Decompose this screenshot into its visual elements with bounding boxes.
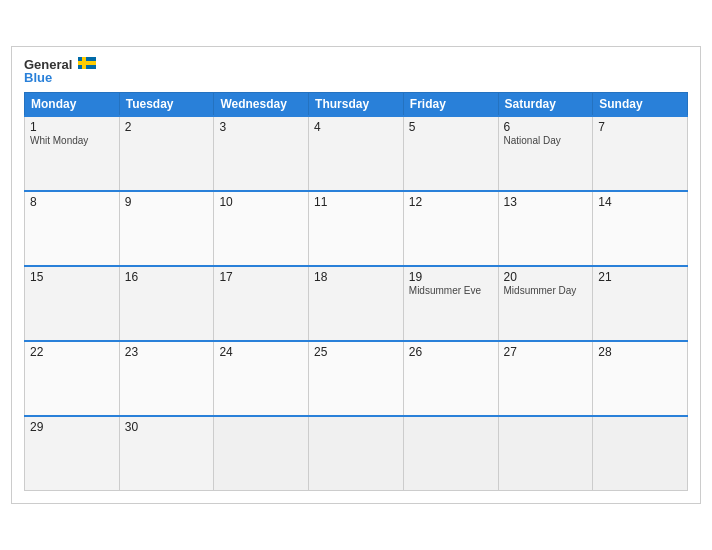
week-row-1: 1Whit Monday23456National Day7 <box>25 116 688 191</box>
weekday-header-tuesday: Tuesday <box>119 92 214 116</box>
day-event: National Day <box>504 135 588 146</box>
day-number: 7 <box>598 120 682 134</box>
day-number: 24 <box>219 345 303 359</box>
day-number: 27 <box>504 345 588 359</box>
day-event: Midsummer Day <box>504 285 588 296</box>
day-number: 2 <box>125 120 209 134</box>
weekday-header-monday: Monday <box>25 92 120 116</box>
day-cell <box>593 416 688 491</box>
day-cell <box>309 416 404 491</box>
day-number: 20 <box>504 270 588 284</box>
day-number: 4 <box>314 120 398 134</box>
calendar-container: General Blue MondayTuesdayWednesdayThurs… <box>11 46 701 505</box>
day-number: 19 <box>409 270 493 284</box>
day-cell: 18 <box>309 266 404 341</box>
day-number: 5 <box>409 120 493 134</box>
day-cell: 30 <box>119 416 214 491</box>
day-cell: 9 <box>119 191 214 266</box>
day-cell: 3 <box>214 116 309 191</box>
day-cell: 1Whit Monday <box>25 116 120 191</box>
day-cell: 13 <box>498 191 593 266</box>
day-cell: 24 <box>214 341 309 416</box>
day-cell: 19Midsummer Eve <box>403 266 498 341</box>
day-cell: 5 <box>403 116 498 191</box>
weekday-header-wednesday: Wednesday <box>214 92 309 116</box>
svg-rect-2 <box>82 57 86 69</box>
day-cell: 29 <box>25 416 120 491</box>
weekday-header-thursday: Thursday <box>309 92 404 116</box>
day-number: 9 <box>125 195 209 209</box>
weekday-header-row: MondayTuesdayWednesdayThursdayFridaySatu… <box>25 92 688 116</box>
day-cell <box>214 416 309 491</box>
day-cell: 25 <box>309 341 404 416</box>
day-number: 11 <box>314 195 398 209</box>
day-cell: 17 <box>214 266 309 341</box>
day-number: 23 <box>125 345 209 359</box>
day-cell: 12 <box>403 191 498 266</box>
day-cell: 2 <box>119 116 214 191</box>
day-number: 21 <box>598 270 682 284</box>
day-cell <box>498 416 593 491</box>
day-cell: 4 <box>309 116 404 191</box>
generalblue-logo: General Blue <box>24 57 96 84</box>
week-row-4: 22232425262728 <box>25 341 688 416</box>
week-row-3: 1516171819Midsummer Eve20Midsummer Day21 <box>25 266 688 341</box>
calendar-grid: MondayTuesdayWednesdayThursdayFridaySatu… <box>24 92 688 492</box>
day-cell: 10 <box>214 191 309 266</box>
day-cell: 20Midsummer Day <box>498 266 593 341</box>
day-number: 8 <box>30 195 114 209</box>
day-cell: 26 <box>403 341 498 416</box>
calendar-header: General Blue <box>24 57 688 84</box>
day-number: 30 <box>125 420 209 434</box>
day-cell: 7 <box>593 116 688 191</box>
logo-general-text: General <box>24 57 96 71</box>
day-number: 25 <box>314 345 398 359</box>
day-number: 10 <box>219 195 303 209</box>
day-cell: 8 <box>25 191 120 266</box>
day-number: 6 <box>504 120 588 134</box>
day-cell: 15 <box>25 266 120 341</box>
day-number: 1 <box>30 120 114 134</box>
day-number: 26 <box>409 345 493 359</box>
week-row-2: 891011121314 <box>25 191 688 266</box>
day-event: Whit Monday <box>30 135 114 146</box>
day-number: 28 <box>598 345 682 359</box>
weekday-header-saturday: Saturday <box>498 92 593 116</box>
day-number: 12 <box>409 195 493 209</box>
day-number: 16 <box>125 270 209 284</box>
day-number: 29 <box>30 420 114 434</box>
day-cell: 28 <box>593 341 688 416</box>
day-cell: 21 <box>593 266 688 341</box>
day-number: 15 <box>30 270 114 284</box>
day-number: 18 <box>314 270 398 284</box>
logo-blue-text: Blue <box>24 71 96 84</box>
day-number: 3 <box>219 120 303 134</box>
day-cell: 27 <box>498 341 593 416</box>
day-number: 14 <box>598 195 682 209</box>
day-event: Midsummer Eve <box>409 285 493 296</box>
day-cell: 22 <box>25 341 120 416</box>
day-number: 22 <box>30 345 114 359</box>
svg-rect-1 <box>78 61 96 65</box>
week-row-5: 2930 <box>25 416 688 491</box>
day-cell: 6National Day <box>498 116 593 191</box>
weekday-header-friday: Friday <box>403 92 498 116</box>
day-cell: 14 <box>593 191 688 266</box>
day-cell: 11 <box>309 191 404 266</box>
day-cell: 23 <box>119 341 214 416</box>
day-cell: 16 <box>119 266 214 341</box>
weekday-header-sunday: Sunday <box>593 92 688 116</box>
day-number: 13 <box>504 195 588 209</box>
day-cell <box>403 416 498 491</box>
day-number: 17 <box>219 270 303 284</box>
logo-flag-icon <box>78 57 96 69</box>
